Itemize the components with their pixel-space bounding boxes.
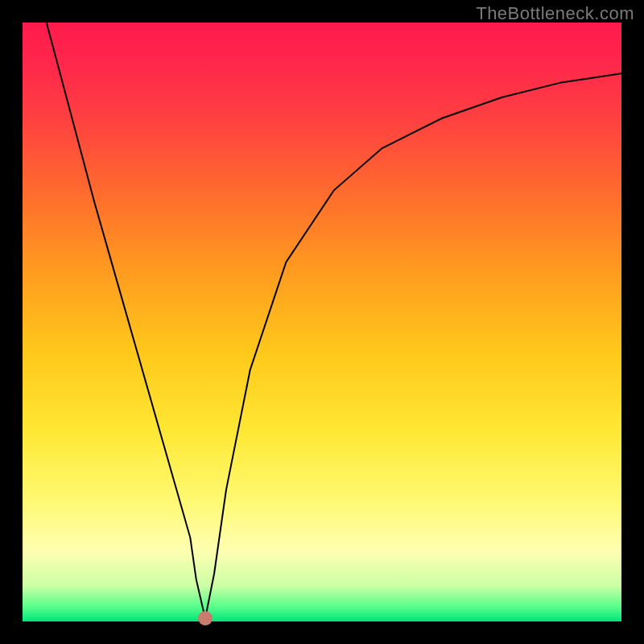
chart-plot-area	[23, 23, 621, 621]
bottleneck-marker	[198, 611, 213, 625]
watermark-label: TheBottleneck.com	[476, 3, 634, 24]
curve-path	[47, 23, 621, 618]
bottleneck-curve	[23, 23, 621, 621]
chart-frame: TheBottleneck.com	[0, 0, 644, 644]
